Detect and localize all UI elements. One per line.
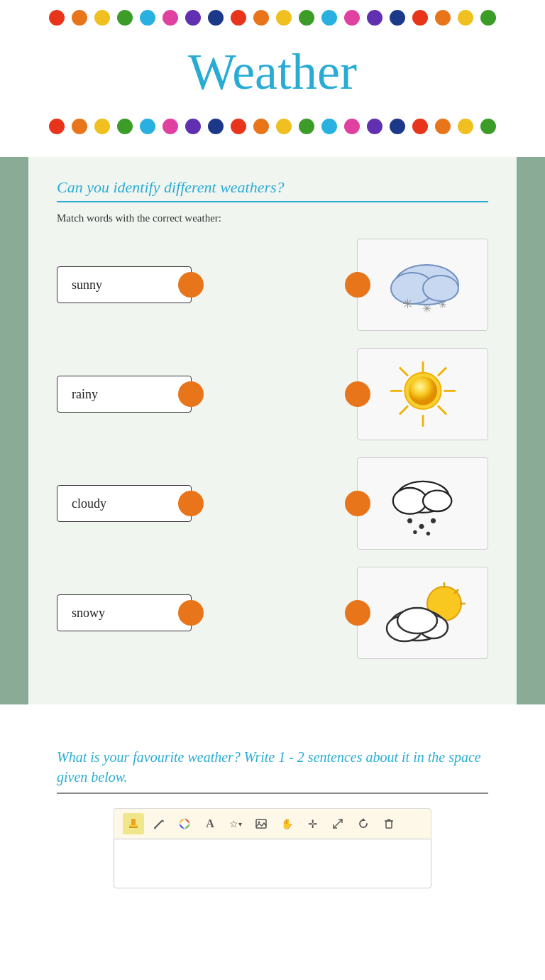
dot (231, 10, 246, 26)
sunny-weather-icon (373, 355, 473, 433)
refresh-icon (357, 817, 370, 830)
svg-text:●: ● (412, 527, 418, 537)
dot (344, 10, 360, 26)
svg-line-13 (400, 406, 408, 415)
svg-line-12 (438, 367, 446, 376)
dot (480, 119, 496, 134)
image-connector-dot-1[interactable] (345, 272, 370, 298)
svg-text:●: ● (429, 513, 436, 527)
star-tool-button[interactable]: ☆ ▾ (225, 813, 246, 834)
match-row-rainy: rainy (57, 348, 488, 440)
svg-point-15 (408, 376, 436, 405)
dot (480, 10, 496, 26)
trash-icon (382, 817, 395, 830)
rainy-weather-icon: ● ● ● ● ● (373, 464, 473, 543)
image-box-sunny-weather (357, 348, 488, 440)
bottom-dot-row (0, 109, 545, 144)
image-tool-button[interactable] (251, 813, 272, 834)
pencil-tool-button[interactable] (148, 813, 170, 834)
svg-point-41 (258, 822, 260, 824)
color-wheel-icon (178, 817, 191, 830)
dot (72, 119, 87, 134)
svg-line-11 (438, 406, 446, 415)
svg-text:●: ● (406, 513, 413, 527)
writing-text-area[interactable] (114, 839, 431, 888)
page-title: Weather (0, 43, 545, 102)
svg-text:✳: ✳ (439, 300, 447, 310)
dot (72, 10, 87, 26)
dot (253, 119, 269, 134)
section-question: Can you identify different weathers? (57, 178, 488, 197)
dot (163, 10, 178, 26)
cloudy-weather-icon (373, 574, 473, 652)
dot (412, 10, 428, 26)
dot (458, 10, 473, 26)
word-box-snowy: snowy (57, 594, 192, 631)
dot (94, 119, 110, 134)
star-icon: ☆ (229, 818, 238, 829)
hand-tool-button[interactable]: ✋ (276, 813, 297, 834)
move-tool-button[interactable]: ✛ (302, 813, 323, 834)
svg-text:✳: ✳ (422, 303, 431, 315)
svg-point-18 (423, 491, 451, 511)
dot (458, 119, 473, 134)
dot (163, 119, 178, 134)
move-icon: ✛ (308, 817, 317, 831)
image-box-rainy-weather: ● ● ● ● ● (357, 457, 488, 550)
main-content: Can you identify different weathers? Mat… (0, 157, 545, 704)
image-connector-dot-2[interactable] (345, 381, 370, 407)
connector-dot-sunny[interactable] (178, 272, 204, 298)
delete-tool-button[interactable] (378, 813, 400, 834)
writing-area-wrapper: A ☆ ▾ ✋ ✛ (114, 808, 431, 888)
snowy-weather-icon: ✳ ✳ ✳ (373, 246, 473, 324)
dot (231, 119, 246, 134)
expand-tool-button[interactable] (327, 813, 348, 834)
dot (185, 10, 201, 26)
connector-dot-cloudy[interactable] (178, 491, 204, 516)
dot (140, 119, 155, 134)
svg-rect-44 (386, 821, 392, 828)
dot (117, 119, 133, 134)
dot (49, 10, 65, 26)
color-tool-button[interactable] (174, 813, 195, 834)
dot (49, 119, 65, 134)
svg-point-2 (423, 276, 458, 301)
editor-toolbar: A ☆ ▾ ✋ ✛ (114, 808, 431, 839)
dot (276, 10, 292, 26)
dot (367, 119, 382, 134)
dot (412, 119, 428, 134)
image-connector-dot-4[interactable] (345, 600, 370, 626)
chevron-down-icon: ▾ (238, 820, 242, 828)
svg-text:●: ● (425, 528, 431, 538)
svg-marker-43 (361, 818, 365, 821)
svg-text:●: ● (418, 519, 425, 533)
highlight-tool-button[interactable] (123, 813, 144, 834)
dot (321, 10, 337, 26)
svg-text:✳: ✳ (402, 297, 412, 311)
dot (253, 10, 269, 26)
top-dot-row (0, 0, 545, 36)
match-row-cloudy: cloudy ● ● ● ● ● (57, 457, 488, 550)
connector-dot-snowy[interactable] (178, 600, 204, 626)
dot (208, 119, 224, 134)
dot (299, 10, 314, 26)
image-icon (255, 817, 268, 830)
dot (185, 119, 201, 134)
text-tool-button[interactable]: A (199, 813, 221, 834)
refresh-tool-button[interactable] (353, 813, 374, 834)
svg-point-39 (182, 822, 187, 826)
word-box-cloudy: cloudy (57, 485, 192, 522)
word-box-sunny: sunny (57, 266, 192, 303)
dot (390, 119, 405, 134)
dot (94, 10, 110, 26)
word-snowy: snowy (72, 606, 105, 621)
svg-line-35 (155, 821, 162, 828)
writing-question: What is your favourite weather? Write 1 … (57, 747, 488, 787)
pencil-icon (153, 817, 165, 830)
text-icon: A (206, 817, 214, 830)
image-box-cloudy-weather (357, 567, 488, 659)
image-connector-dot-3[interactable] (345, 491, 370, 516)
dot (344, 119, 360, 134)
title-section: Weather (0, 36, 545, 109)
connector-dot-rainy[interactable] (178, 381, 204, 407)
